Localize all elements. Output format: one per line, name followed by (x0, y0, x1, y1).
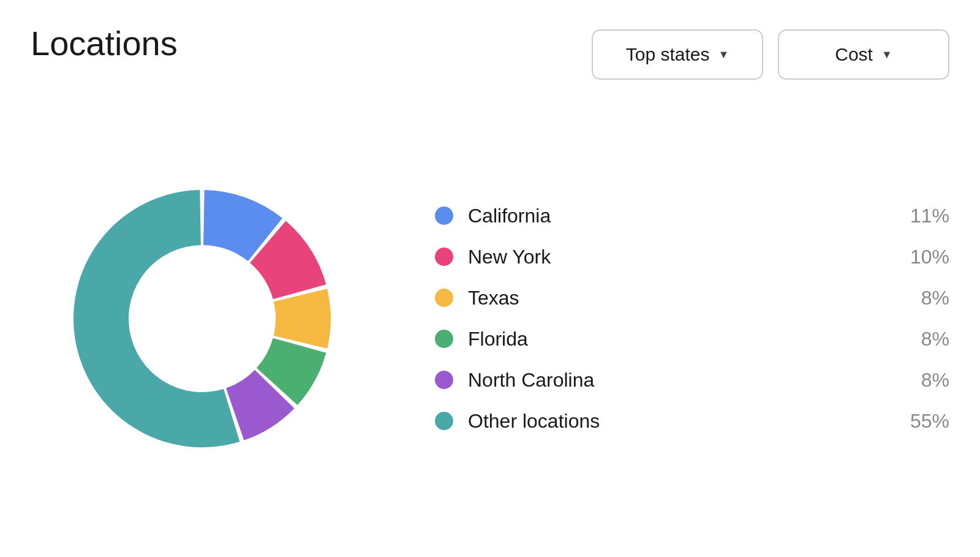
top-states-label: Top states (626, 44, 710, 65)
legend-item-florida: Florida8% (435, 328, 949, 350)
legend-dot-new_york (435, 248, 453, 266)
legend-item-north_carolina: North Carolina8% (435, 369, 949, 392)
legend-dot-texas (435, 289, 453, 307)
cost-label: Cost (835, 44, 873, 65)
legend-item-new_york: New York10% (435, 246, 949, 268)
top-states-dropdown[interactable]: Top states ▼ (592, 29, 763, 80)
legend-label-north_carolina: North Carolina (468, 369, 886, 392)
legend-item-california: California11% (435, 205, 949, 227)
chevron-down-icon: ▼ (881, 48, 892, 61)
legend-item-other_locations: Other locations55% (435, 410, 949, 433)
legend-value-new_york: 10% (900, 246, 949, 268)
legend-item-texas: Texas8% (435, 287, 949, 309)
legend-value-texas: 8% (900, 287, 949, 309)
legend-label-california: California (468, 205, 886, 227)
legend-dot-north_carolina (435, 371, 453, 389)
legend-value-florida: 8% (900, 328, 949, 350)
legend-label-florida: Florida (468, 328, 886, 350)
segment-texas (274, 289, 331, 348)
donut-chart-svg (55, 172, 349, 466)
page-container: Locations Top states ▼ Cost ▼ California… (0, 0, 980, 557)
legend-value-other_locations: 55% (900, 410, 949, 433)
legend-dot-florida (435, 330, 453, 348)
chevron-down-icon: ▼ (718, 48, 729, 61)
legend-value-california: 11% (900, 205, 949, 227)
donut-chart-container (55, 172, 349, 466)
legend-value-north_carolina: 8% (900, 369, 949, 392)
legend-label-texas: Texas (468, 287, 886, 309)
legend-label-new_york: New York (468, 246, 886, 268)
main-content: California11%New York10%Texas8%Florida8%… (31, 104, 949, 532)
cost-dropdown[interactable]: Cost ▼ (778, 29, 949, 80)
legend-dot-california (435, 207, 453, 225)
header-row: Locations Top states ▼ Cost ▼ (31, 25, 949, 80)
page-title: Locations (31, 25, 178, 63)
legend-container: California11%New York10%Texas8%Florida8%… (398, 205, 949, 433)
legend-dot-other_locations (435, 412, 453, 430)
legend-label-other_locations: Other locations (468, 410, 886, 433)
controls-row: Top states ▼ Cost ▼ (592, 29, 949, 80)
